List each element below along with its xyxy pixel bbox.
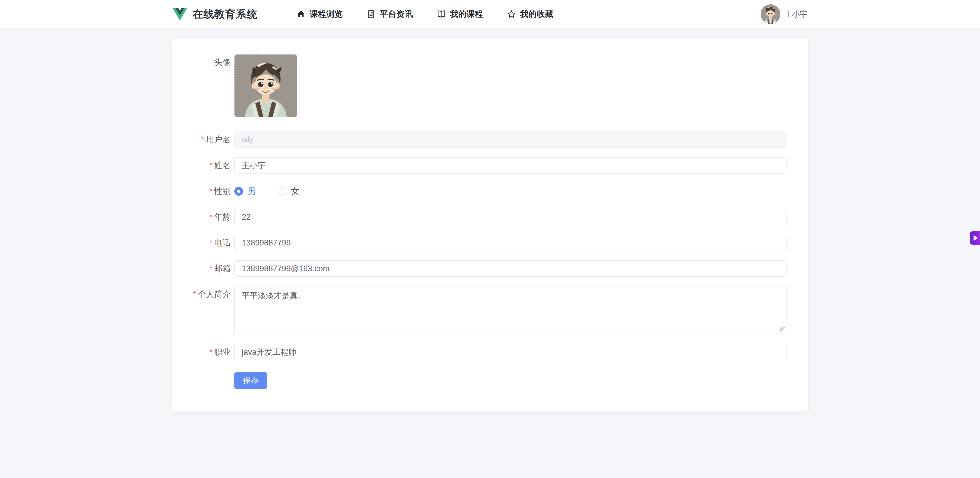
name-input[interactable] (234, 157, 786, 173)
main-nav: 课程浏览 平台资讯 我的课程 (296, 8, 553, 20)
radio-female-icon (278, 187, 286, 196)
radio-male-icon (234, 187, 243, 196)
age-field-row: 年龄 (172, 209, 808, 225)
gender-radio-group: 男 女 (234, 183, 786, 199)
news-icon (366, 10, 376, 19)
job-input[interactable] (234, 344, 786, 360)
top-navbar: 在线教育系统 课程浏览 平台资讯 (0, 0, 980, 29)
floating-play-widget[interactable] (970, 231, 980, 245)
brand[interactable]: 在线教育系统 (172, 7, 258, 21)
nav-item-label: 课程浏览 (310, 8, 343, 20)
username-field-label: 用户名 (172, 132, 234, 148)
avatar-field-label: 头像 (172, 54, 234, 71)
bio-field-row: 个人简介 平平淡淡才是真。 (172, 286, 808, 334)
gender-field-row: 性别 男 女 (172, 183, 808, 199)
profile-card: 头像 用户名 姓名 性别 (172, 38, 808, 411)
radio-female-label: 女 (291, 186, 299, 197)
age-input[interactable] (234, 209, 786, 225)
nav-item-my-courses[interactable]: 我的课程 (437, 8, 483, 20)
nav-item-label: 我的收藏 (520, 8, 553, 20)
gender-field-label: 性别 (172, 183, 234, 199)
nav-item-news[interactable]: 平台资讯 (366, 8, 413, 20)
main-content: 头像 用户名 姓名 性别 (0, 29, 980, 411)
profile-avatar-image (235, 55, 297, 117)
book-icon (437, 10, 446, 19)
email-field-label: 邮箱 (172, 260, 234, 276)
avatar-uploader[interactable] (234, 54, 297, 117)
gender-radio-male[interactable]: 男 (234, 186, 256, 197)
app-title: 在线教育系统 (192, 7, 258, 21)
save-row: 保存 (172, 372, 808, 389)
nav-item-favorites[interactable]: 我的收藏 (507, 8, 553, 20)
name-field-row: 姓名 (172, 157, 808, 173)
save-button[interactable]: 保存 (234, 372, 267, 389)
job-field-label: 职业 (172, 344, 234, 360)
name-field-label: 姓名 (172, 157, 234, 173)
bio-field-label: 个人简介 (172, 286, 234, 302)
home-icon (296, 10, 305, 19)
phone-field-row: 电话 (172, 235, 808, 251)
nav-item-label: 我的课程 (450, 8, 483, 20)
username-input (234, 132, 786, 148)
avatar-field-row: 头像 (172, 54, 808, 117)
phone-input[interactable] (234, 235, 786, 251)
job-field-row: 职业 (172, 344, 808, 360)
age-field-label: 年龄 (172, 209, 234, 225)
email-field-row: 邮箱 (172, 260, 808, 276)
bio-textarea[interactable]: 平平淡淡才是真。 (234, 286, 786, 334)
username-field-row: 用户名 (172, 132, 808, 148)
user-avatar (760, 5, 780, 24)
email-input[interactable] (234, 260, 786, 276)
nav-item-courses[interactable]: 课程浏览 (296, 8, 343, 20)
star-icon (507, 10, 516, 19)
username-label: 王小宇 (784, 9, 808, 20)
play-icon (974, 235, 978, 241)
vue-logo-icon (172, 8, 187, 21)
user-menu[interactable]: 王小宇 (760, 5, 808, 24)
phone-field-label: 电话 (172, 235, 234, 251)
nav-item-label: 平台资讯 (380, 8, 413, 20)
gender-radio-female[interactable]: 女 (278, 186, 299, 197)
radio-male-label: 男 (248, 186, 256, 197)
